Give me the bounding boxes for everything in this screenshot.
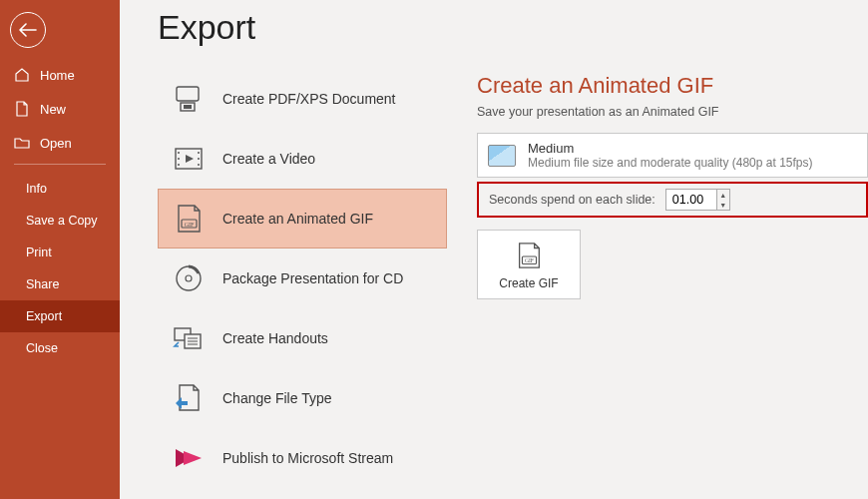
option-handouts[interactable]: Create Handouts [158, 308, 447, 368]
option-label: Publish to Microsoft Stream [222, 450, 393, 466]
option-package-cd[interactable]: Package Presentation for CD [158, 249, 447, 308]
nav-divider [14, 164, 106, 165]
svg-point-4 [178, 152, 180, 154]
create-gif-label: Create GIF [499, 276, 558, 290]
main-panel: Export Create PDF/XPS Document Create a … [120, 0, 868, 499]
change-filetype-icon [173, 382, 205, 414]
svg-point-7 [198, 152, 200, 154]
nav-open[interactable]: Open [0, 126, 120, 160]
gif-file-icon: GIF [514, 241, 544, 270]
file-icon [14, 101, 30, 117]
nav-info[interactable]: Info [0, 173, 120, 205]
pdf-icon [173, 83, 205, 115]
svg-rect-2 [184, 105, 192, 109]
option-change-filetype[interactable]: Change File Type [158, 368, 447, 428]
spinner-up[interactable]: ▲ [717, 190, 729, 200]
option-animated-gif[interactable]: GIF Create an Animated GIF [158, 189, 447, 249]
quality-desc: Medium file size and moderate quality (4… [528, 156, 813, 170]
quality-text: Medium Medium file size and moderate qua… [528, 141, 813, 170]
nav-open-label: Open [40, 136, 72, 151]
option-label: Create a Video [222, 151, 315, 167]
nav-export[interactable]: Export [0, 300, 120, 332]
folder-open-icon [14, 135, 30, 151]
stream-icon [173, 442, 205, 474]
nav-sub-items: Info Save a Copy Print Share Export Clos… [0, 173, 120, 364]
cd-icon [173, 262, 205, 294]
detail-subtitle: Save your presentation as an Animated GI… [477, 105, 868, 119]
seconds-spinner[interactable]: ▲ ▼ [665, 189, 730, 211]
svg-point-5 [178, 158, 180, 160]
option-video[interactable]: Create a Video [158, 129, 447, 189]
option-pdf-xps[interactable]: Create PDF/XPS Document [158, 69, 447, 129]
svg-point-13 [186, 275, 192, 281]
quality-selector[interactable]: Medium Medium file size and moderate qua… [477, 133, 868, 178]
svg-point-6 [178, 164, 180, 166]
home-icon [14, 67, 30, 83]
svg-point-9 [198, 164, 200, 166]
svg-text:GIF: GIF [185, 222, 195, 228]
svg-point-8 [198, 158, 200, 160]
nav-home-label: Home [40, 68, 75, 83]
nav-print[interactable]: Print [0, 237, 120, 268]
detail-title: Create an Animated GIF [477, 73, 868, 99]
handouts-icon [173, 322, 205, 354]
spinner-down[interactable]: ▼ [717, 200, 729, 210]
seconds-input[interactable] [666, 190, 716, 210]
svg-rect-0 [177, 87, 199, 101]
option-label: Create Handouts [222, 330, 328, 346]
backstage-sidebar: Home New Open Info Save a Copy Print Sha… [0, 0, 120, 499]
option-label: Change File Type [222, 390, 331, 406]
nav-save-copy[interactable]: Save a Copy [0, 205, 120, 237]
back-button[interactable] [10, 12, 46, 48]
detail-panel: Create an Animated GIF Save your present… [477, 69, 868, 488]
gif-icon: GIF [173, 203, 205, 235]
svg-text:GIF: GIF [525, 257, 534, 263]
nav-new[interactable]: New [0, 92, 120, 126]
arrow-left-icon [19, 23, 37, 37]
option-label: Package Presentation for CD [222, 270, 403, 286]
quality-icon [488, 145, 516, 167]
create-gif-button[interactable]: GIF Create GIF [477, 230, 581, 299]
export-options-list: Create PDF/XPS Document Create a Video G… [158, 69, 447, 488]
video-icon [173, 143, 205, 175]
nav-share[interactable]: Share [0, 268, 120, 300]
quality-name: Medium [528, 141, 813, 156]
option-label: Create an Animated GIF [222, 211, 373, 227]
nav-new-label: New [40, 102, 66, 117]
option-label: Create PDF/XPS Document [222, 91, 396, 107]
seconds-label: Seconds spend on each slide: [489, 193, 655, 207]
nav-close[interactable]: Close [0, 332, 120, 364]
seconds-per-slide-row: Seconds spend on each slide: ▲ ▼ [477, 182, 868, 218]
option-publish-stream[interactable]: Publish to Microsoft Stream [158, 428, 447, 488]
page-title: Export [158, 8, 868, 47]
nav-home[interactable]: Home [0, 58, 120, 92]
